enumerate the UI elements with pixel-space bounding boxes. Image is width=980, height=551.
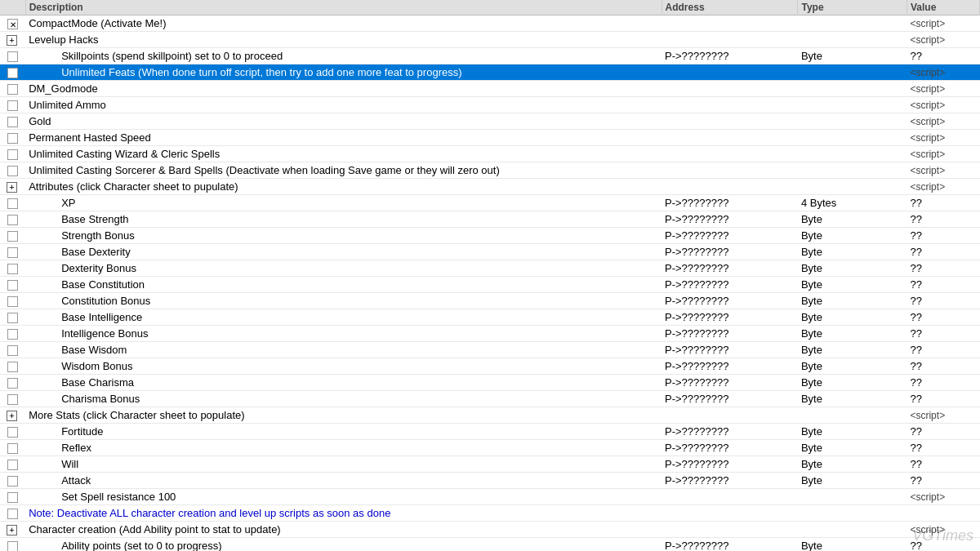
table-row[interactable]: Unlimited Casting Wizard & Cleric Spells…	[0, 146, 980, 162]
checkbox[interactable]	[7, 215, 18, 225]
table-row[interactable]: +Attributes (click Character sheet to pu…	[0, 179, 980, 195]
table-row[interactable]: +Character creation (Add Ability point t…	[0, 522, 980, 538]
type-cell	[798, 81, 907, 97]
checkbox[interactable]	[7, 133, 18, 144]
table-row[interactable]: Unlimited Feats (When done turn off scri…	[0, 64, 980, 81]
checkbox[interactable]	[7, 280, 18, 291]
check-cell	[0, 293, 25, 309]
checkbox[interactable]	[7, 492, 18, 503]
checkbox[interactable]	[7, 460, 18, 470]
checkbox[interactable]	[7, 264, 18, 274]
checkbox[interactable]	[7, 476, 18, 487]
checkbox[interactable]	[7, 247, 18, 258]
type-cell: Byte	[798, 424, 907, 440]
check-cell	[0, 64, 25, 81]
table-row[interactable]: Note: Deactivate ALL character creation …	[0, 505, 980, 522]
table-row[interactable]: XPP->????????4 Bytes??	[0, 195, 980, 211]
table-row[interactable]: Strength BonusP->????????Byte??	[0, 228, 980, 244]
description-cell: Character creation (Add Ability point to…	[25, 522, 662, 538]
checkbox[interactable]	[7, 345, 18, 356]
check-cell	[0, 375, 25, 391]
expand-icon[interactable]: +	[7, 35, 17, 46]
main-table-container[interactable]: Description Address Type Value ✕CompactM…	[0, 0, 980, 551]
table-row[interactable]: +More Stats (click Character sheet to po…	[0, 407, 980, 424]
checkbox[interactable]	[7, 541, 18, 551]
type-cell	[798, 407, 907, 424]
checkbox[interactable]	[7, 166, 18, 176]
table-row[interactable]: +Levelup Hacks<script>	[0, 32, 980, 48]
table-row[interactable]: Base IntelligenceP->????????Byte??	[0, 309, 980, 326]
expand-icon[interactable]: +	[7, 525, 17, 535]
checkbox[interactable]	[7, 198, 18, 209]
checkbox[interactable]	[7, 117, 18, 127]
checkbox[interactable]	[7, 313, 18, 323]
table-row[interactable]: Wisdom BonusP->????????Byte??	[0, 358, 980, 375]
row-label: Permanent Hasted Speed	[29, 131, 151, 144]
checkbox[interactable]	[7, 68, 18, 78]
table-row[interactable]: Base CharismaP->????????Byte??	[0, 375, 980, 391]
type-cell	[798, 505, 907, 522]
value-cell: <script>	[906, 97, 979, 113]
table-row[interactable]: Intelligence BonusP->????????Byte??	[0, 326, 980, 342]
table-row[interactable]: Skillpoints (spend skillpoint) set to 0 …	[0, 48, 980, 64]
table-row[interactable]: ReflexP->????????Byte??	[0, 440, 980, 456]
checkbox[interactable]	[7, 394, 18, 405]
expand-icon[interactable]: +	[7, 182, 17, 193]
check-cell	[0, 130, 25, 146]
checkbox[interactable]	[7, 329, 18, 340]
checkbox[interactable]	[7, 51, 18, 62]
value-cell: <script>	[906, 162, 979, 179]
cheat-table: Description Address Type Value ✕CompactM…	[0, 0, 980, 551]
type-cell	[798, 179, 907, 195]
value-cell: <script>	[906, 113, 979, 130]
value-cell: ??	[906, 48, 979, 64]
value-cell: <script>	[906, 179, 979, 195]
table-row[interactable]: DM_Godmode<script>	[0, 81, 980, 97]
table-row[interactable]: ✕CompactMode (Activate Me!)<script>	[0, 16, 980, 32]
description-cell: Unlimited Ammo	[25, 97, 662, 113]
checkbox[interactable]	[7, 231, 18, 242]
checkbox[interactable]	[7, 84, 18, 95]
row-label: Dexterity Bonus	[61, 262, 136, 274]
row-label: More Stats (click Character sheet to pop…	[29, 409, 244, 421]
row-label: Reflex	[61, 442, 91, 454]
table-row[interactable]: Charisma BonusP->????????Byte??	[0, 391, 980, 407]
table-row[interactable]: Set Spell resistance 100<script>	[0, 489, 980, 505]
check-cell	[0, 228, 25, 244]
checkbox[interactable]: ✕	[7, 19, 18, 29]
table-row[interactable]: Gold<script>	[0, 113, 980, 130]
table-row[interactable]: Ability points (set to 0 to progress)P->…	[0, 538, 980, 552]
table-row[interactable]: Dexterity BonusP->????????Byte??	[0, 260, 980, 277]
checkbox[interactable]	[7, 362, 18, 372]
description-cell: Base Strength	[25, 211, 662, 228]
table-row[interactable]: AttackP->????????Byte??	[0, 473, 980, 489]
table-row[interactable]: Base DexterityP->????????Byte??	[0, 244, 980, 260]
expand-icon[interactable]: +	[7, 411, 17, 421]
checkbox[interactable]	[7, 149, 18, 160]
table-row[interactable]: Permanent Hasted Speed<script>	[0, 130, 980, 146]
table-row[interactable]: Unlimited Ammo<script>	[0, 97, 980, 113]
table-row[interactable]: FortitudeP->????????Byte??	[0, 424, 980, 440]
checkbox[interactable]	[7, 100, 18, 111]
checkbox[interactable]	[7, 378, 18, 389]
table-row[interactable]: Constitution BonusP->????????Byte??	[0, 293, 980, 309]
type-cell: 4 Bytes	[798, 195, 907, 211]
table-row[interactable]: Unlimited Casting Sorcerer & Bard Spells…	[0, 162, 980, 179]
address-cell	[662, 32, 798, 48]
table-row[interactable]: Base ConstitutionP->????????Byte??	[0, 277, 980, 293]
description-cell: Charisma Bonus	[25, 391, 662, 407]
checkbox[interactable]	[7, 427, 18, 438]
checkbox[interactable]	[7, 443, 18, 454]
checkbox[interactable]	[7, 509, 18, 519]
value-cell: ??	[906, 293, 979, 309]
description-cell: Unlimited Casting Wizard & Cleric Spells	[25, 146, 662, 162]
table-row[interactable]: Base StrengthP->????????Byte??	[0, 211, 980, 228]
address-cell	[662, 130, 798, 146]
check-cell	[0, 195, 25, 211]
table-row[interactable]: WillP->????????Byte??	[0, 456, 980, 473]
address-cell: P->????????	[662, 358, 798, 375]
table-row[interactable]: Base WisdomP->????????Byte??	[0, 342, 980, 358]
value-cell: <script>	[906, 81, 979, 97]
value-cell: ??	[906, 195, 979, 211]
checkbox[interactable]	[7, 296, 18, 307]
